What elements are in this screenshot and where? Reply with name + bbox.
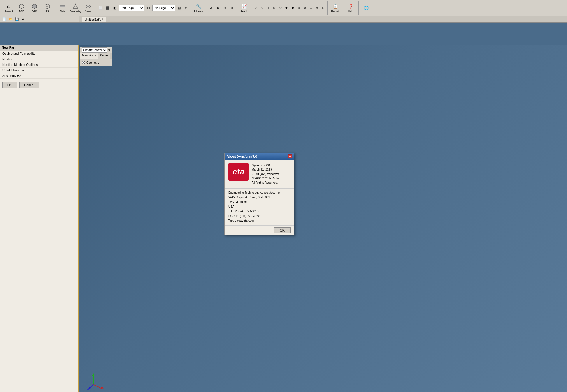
save-file-btn[interactable]: 💾 [14, 17, 20, 22]
left-panel-item-nesting-multiple[interactable]: Nesting Multiple Outlines [0, 62, 78, 68]
ri-5[interactable]: ⬡ [278, 5, 283, 11]
ri-4[interactable]: ▷ [271, 5, 277, 11]
toolbar-area: 🗂 Project BSE DFD FS [0, 0, 567, 16]
project-button[interactable]: 🗂 Project [2, 1, 15, 15]
part-edge-dropdown[interactable]: Part Edge No Edge [118, 5, 145, 11]
bse-label: BSE [19, 10, 24, 13]
about-country: USA [228, 204, 291, 209]
about-address2: Troy, MI 48098 [228, 200, 291, 204]
icon-extra-2[interactable]: ↻ [215, 5, 221, 11]
geometry-radio[interactable] [82, 61, 85, 64]
icon-btn-6[interactable]: □ [183, 5, 189, 11]
about-copyright: © 2010-2023 ETA, Inc. [252, 176, 281, 181]
globe-button[interactable]: 🌐 [360, 1, 373, 15]
report-button[interactable]: 📋 Report [329, 1, 342, 15]
bse-button[interactable]: BSE [15, 1, 28, 15]
about-title: About Dynaform 7.0 [227, 155, 257, 158]
icon-extra-1[interactable]: ↺ [208, 5, 214, 11]
onoff-dropdown-arrow[interactable]: ▼ [108, 48, 111, 52]
icon-btn-1[interactable]: ⬜ [97, 5, 104, 11]
toolbar-group-result: 📈 Result [236, 1, 252, 15]
about-ok-button[interactable]: OK [274, 227, 291, 233]
geometry-label: Geometry [70, 10, 81, 13]
data-button[interactable]: Data [56, 1, 69, 15]
svg-rect-6 [60, 8, 65, 8]
about-body: eta Dynaform 7.0 March 31, 2023 64-bit (… [225, 160, 294, 188]
about-contact: Engineering Technology Associates, Inc. … [225, 188, 294, 225]
toolbar-row1: 🗂 Project BSE DFD FS [0, 0, 567, 16]
icon-btn-4[interactable]: ◻ [145, 5, 152, 11]
onoff-control-select[interactable]: On/Off Control [82, 47, 107, 53]
fs-button[interactable]: FS [41, 1, 54, 15]
toolbar-group-main: 🗂 Project BSE DFD FS [1, 1, 55, 15]
view-button[interactable]: View [82, 1, 95, 15]
svg-text:Y: Y [92, 373, 94, 374]
ri-6[interactable]: ⬢ [284, 5, 289, 11]
print-btn[interactable]: 🖨 [20, 17, 26, 22]
toolbar-group-report: 📋 Report [328, 1, 343, 15]
viewport: On/Off Control ▼ Geom/Tool Curve Geometr… [79, 45, 567, 392]
icon-extra-3[interactable]: ⊕ [222, 5, 228, 11]
toolbar-group-utilities: 🔧 Utilities [191, 1, 206, 15]
about-close-button[interactable]: ✕ [288, 154, 292, 158]
dfd-button[interactable]: DFD [28, 1, 41, 15]
ri-7[interactable]: ⬣ [290, 5, 296, 11]
help-button[interactable]: ❓ Help [344, 1, 357, 15]
left-panel-item-unfold[interactable]: Unfold Trim Line [0, 68, 78, 73]
no-edge-select[interactable]: No Edge Part Edge [152, 5, 175, 11]
icon-extra-4[interactable]: ⊗ [229, 5, 235, 11]
utilities-button[interactable]: 🔧 Utilities [192, 1, 205, 15]
result-icon: 📈 [241, 3, 247, 10]
cancel-button[interactable]: Cancel [19, 82, 39, 88]
new-file-btn[interactable]: 📄 [1, 17, 7, 22]
about-date: March 31, 2023 [252, 167, 281, 172]
data-icon [59, 3, 66, 10]
onoff-panel: On/Off Control ▼ Geom/Tool Curve Geometr… [80, 47, 112, 66]
file-tab-untitled[interactable]: Untitled1.dfp * [82, 17, 106, 22]
toolbar-group-data: Data Geometry View [55, 1, 96, 15]
icon-btn-2[interactable]: ⬛ [104, 5, 111, 11]
utilities-label: Utilities [194, 10, 203, 13]
svg-line-10 [93, 384, 102, 389]
icon-btn-3[interactable]: ◧ [111, 5, 118, 11]
utilities-icon: 🔧 [195, 3, 202, 10]
svg-marker-13 [92, 374, 95, 376]
axes-svg: X Y Z [87, 373, 105, 390]
dfd-icon [31, 3, 38, 10]
result-button[interactable]: 📈 Result [238, 1, 250, 15]
ri-2[interactable]: ▽ [259, 5, 265, 11]
left-panel-item-outline[interactable]: Outline and Formability [0, 51, 78, 56]
no-edge-dropdown[interactable]: No Edge Part Edge [152, 5, 175, 11]
about-company: Engineering Technology Associates, Inc. [228, 190, 291, 195]
help-label: Help [348, 10, 354, 13]
fs-icon [44, 3, 50, 10]
left-panel-item-assembly[interactable]: Assembly BSE [0, 73, 78, 79]
toolbar-group-globe: 🌐 [359, 1, 374, 15]
onoff-tab-curve[interactable]: Curve [98, 53, 110, 59]
toolbar-group-icons: ⬜ ⬛ ◧ Part Edge No Edge ◻ No Edge Part E… [96, 1, 191, 15]
geometry-button[interactable]: Geometry [69, 1, 82, 15]
geometry-row-label: Geometry [86, 61, 99, 64]
ri-3[interactable]: ◁ [265, 5, 271, 11]
onoff-tabs: Geom/Tool Curve [80, 53, 112, 59]
onoff-tab-geomtool[interactable]: Geom/Tool [80, 53, 98, 59]
ok-button[interactable]: OK [2, 82, 17, 88]
svg-marker-0 [19, 4, 24, 9]
ri-1[interactable]: △ [253, 5, 259, 11]
icon-btn-5[interactable]: ▤ [176, 5, 182, 11]
ri-10[interactable]: ☉ [308, 5, 314, 11]
ri-8[interactable]: ◉ [296, 5, 302, 11]
help-icon: ❓ [347, 3, 354, 10]
left-panel-item-nesting[interactable]: Nesting [0, 56, 78, 62]
main-layout: New Part Outline and Formability Nesting… [0, 45, 567, 392]
svg-point-9 [87, 6, 89, 7]
ri-9[interactable]: ⊙ [302, 5, 308, 11]
svg-marker-7 [73, 4, 78, 9]
axes-indicator: X Y Z [87, 373, 105, 391]
ri-11[interactable]: ⊚ [314, 5, 320, 11]
left-panel-title: New Part [0, 45, 78, 51]
open-file-btn[interactable]: 📂 [8, 17, 13, 22]
ri-12[interactable]: ◎ [320, 5, 326, 11]
about-footer: OK [225, 225, 294, 235]
part-edge-select[interactable]: Part Edge No Edge [119, 5, 144, 11]
